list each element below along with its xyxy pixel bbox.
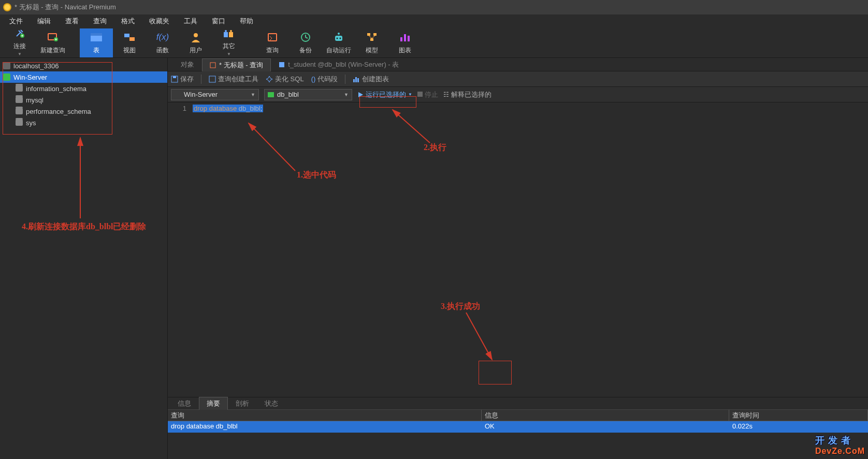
menu-tools[interactable]: 工具 — [177, 14, 205, 28]
toolbar-function[interactable]: f(x)函数 — [146, 28, 179, 57]
result-tab-status[interactable]: 状态 — [257, 397, 286, 410]
save-button[interactable]: 保存 — [171, 75, 194, 84]
new-query-icon — [47, 31, 59, 44]
cell-time: 0.022s — [729, 421, 868, 433]
main-content: localhost_3306 Win-Server information_sc… — [0, 58, 868, 459]
svg-rect-28 — [209, 76, 215, 82]
window-title: * 无标题 - 查询 - Navicat Premium — [15, 3, 116, 12]
create-chart-button[interactable]: 创建图表 — [353, 75, 389, 84]
plug-icon — [13, 28, 26, 40]
toolbar-chart[interactable]: 图表 — [388, 28, 422, 57]
svg-point-15 — [337, 38, 338, 39]
toolbar-table[interactable]: 表 — [80, 28, 113, 57]
tab-table[interactable]: t_student @db_blbl (Win-Server) - 表 — [271, 58, 407, 71]
snippet-button[interactable]: ()代码段 — [311, 75, 338, 84]
table-tab-icon — [279, 62, 285, 68]
database-item[interactable]: sys — [0, 117, 167, 128]
line-gutter: 1 — [168, 102, 191, 397]
run-selected-button[interactable]: 运行已选择的 ▼ — [357, 90, 412, 99]
editor-pane: 对象 * 无标题 - 查询 t_student @db_blbl (Win-Se… — [168, 58, 868, 459]
database-item[interactable]: performance_schema — [0, 106, 167, 117]
result-row[interactable]: drop database db_blbl OK 0.022s — [168, 421, 868, 433]
svg-rect-21 — [400, 37, 402, 41]
svg-point-17 — [338, 33, 340, 35]
user-icon — [191, 31, 201, 44]
col-info[interactable]: 信息 — [482, 410, 729, 421]
svg-rect-30 — [355, 77, 357, 82]
svg-rect-4 — [91, 33, 102, 36]
svg-rect-19 — [373, 33, 377, 36]
database-icon — [16, 85, 23, 92]
run-bar: Win-Server ▼ db_blbl ▼ 运行已选择的 ▼ 停止 ☷ 解释已… — [168, 87, 868, 102]
toolbar-query[interactable]: 查询 — [256, 28, 289, 57]
col-time[interactable]: 查询时间 — [729, 410, 868, 421]
svg-rect-29 — [353, 79, 355, 82]
database-item[interactable]: mysql — [0, 94, 167, 106]
svg-point-16 — [340, 38, 341, 39]
svg-rect-14 — [335, 36, 342, 41]
tab-objects[interactable]: 对象 — [173, 58, 202, 71]
save-icon — [171, 76, 178, 83]
code-area[interactable]: drop database db_blbl; — [191, 102, 868, 397]
snippet-icon: () — [311, 75, 316, 83]
result-tab-profile[interactable]: 剖析 — [228, 397, 257, 410]
svg-rect-22 — [404, 34, 406, 41]
col-query[interactable]: 查询 — [168, 410, 482, 421]
toolbar-model[interactable]: 模型 — [355, 28, 388, 57]
svg-rect-6 — [129, 37, 135, 41]
toolbar-backup[interactable]: 备份 — [289, 28, 322, 57]
menu-query[interactable]: 查询 — [86, 14, 114, 28]
toolbar-other[interactable]: 其它▼ — [212, 28, 245, 57]
menu-favorites[interactable]: 收藏夹 — [142, 14, 177, 28]
connection-icon — [175, 92, 181, 98]
sql-editor[interactable]: 1 drop database db_blbl; — [168, 102, 868, 397]
menu-help[interactable]: 帮助 — [233, 14, 261, 28]
result-tab-summary[interactable]: 摘要 — [199, 397, 228, 410]
result-grid: 查询 信息 查询时间 drop database db_blbl OK 0.02… — [168, 410, 868, 459]
stop-button[interactable]: 停止 — [417, 90, 438, 99]
connection-winserver[interactable]: Win-Server — [0, 71, 167, 83]
database-combo[interactable]: db_blbl ▼ — [264, 89, 352, 100]
menu-edit[interactable]: 编辑 — [30, 14, 58, 28]
svg-point-11 — [230, 30, 232, 32]
menu-window[interactable]: 窗口 — [205, 14, 233, 28]
connection-icon — [3, 62, 10, 69]
toolbar-view[interactable]: 视图 — [113, 28, 146, 57]
beautify-button[interactable]: 美化 SQL — [266, 75, 304, 84]
chart-icon — [399, 31, 411, 44]
toolbar-user[interactable]: 用户 — [179, 28, 212, 57]
menu-view[interactable]: 查看 — [58, 14, 86, 28]
connection-tree: localhost_3306 Win-Server information_sc… — [0, 58, 168, 459]
results-panel: 信息 摘要 剖析 状态 查询 信息 查询时间 drop database db_… — [168, 397, 868, 459]
connection-combo[interactable]: Win-Server ▼ — [171, 89, 259, 100]
backup-icon — [300, 31, 311, 44]
chevron-down-icon: ▼ — [344, 92, 349, 97]
connection-localhost[interactable]: localhost_3306 — [0, 60, 167, 71]
connection-label: Win-Server — [13, 73, 47, 81]
toolbar-autorun[interactable]: 自动运行 — [322, 28, 355, 57]
svg-rect-12 — [268, 34, 277, 41]
svg-point-10 — [225, 30, 227, 32]
query-builder-button[interactable]: 查询创建工具 — [209, 75, 258, 84]
result-tab-info[interactable]: 信息 — [170, 397, 199, 410]
toolbar-connect[interactable]: 连接▼ — [3, 28, 36, 57]
builder-icon — [209, 76, 216, 83]
database-item[interactable]: information_schema — [0, 83, 167, 94]
cell-info: OK — [482, 421, 729, 433]
other-icon — [223, 28, 235, 40]
menu-file[interactable]: 文件 — [2, 14, 30, 28]
explain-selected-button[interactable]: ☷ 解释已选择的 — [443, 90, 491, 99]
menu-format[interactable]: 格式 — [114, 14, 142, 28]
connection-icon — [3, 73, 10, 81]
toolbar-new-query[interactable]: 新建查询 — [36, 28, 69, 57]
svg-rect-23 — [408, 36, 410, 41]
tab-query[interactable]: * 无标题 - 查询 — [202, 58, 271, 71]
result-tabs: 信息 摘要 剖析 状态 — [168, 397, 868, 410]
beautify-icon — [266, 76, 273, 83]
main-toolbar: 连接▼ 新建查询 表 视图 f(x)函数 用户 其它▼ 查询 备份 自动运行 模… — [0, 28, 868, 58]
robot-icon — [333, 31, 344, 44]
query-toolbar: 保存 查询创建工具 美化 SQL ()代码段 创建图表 — [168, 71, 868, 87]
play-icon — [357, 92, 364, 98]
window-titlebar: * 无标题 - 查询 - Navicat Premium — [0, 0, 868, 14]
table-icon — [90, 31, 103, 44]
